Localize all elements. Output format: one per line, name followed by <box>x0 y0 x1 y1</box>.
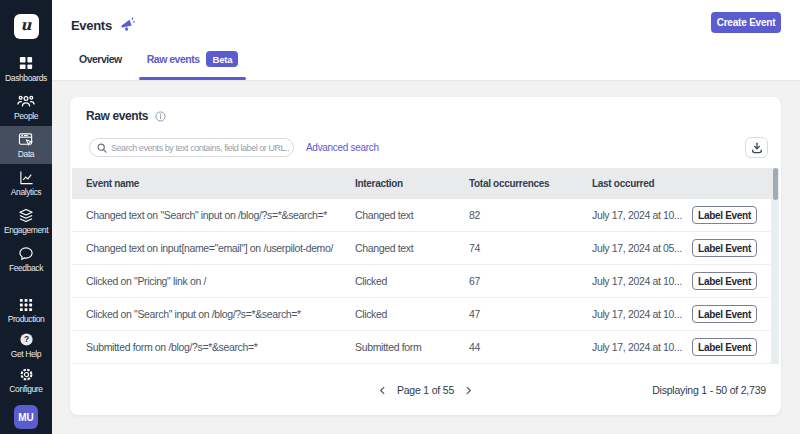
beta-badge: Beta <box>206 51 238 67</box>
cell-last-occurred: July 17, 2024 at 10... <box>578 209 684 221</box>
raw-events-card: Raw events Advanced search <box>70 97 781 415</box>
gear-icon <box>19 367 34 382</box>
sidebar-item-label: People <box>14 112 38 121</box>
search-input[interactable] <box>111 143 289 153</box>
cell-total: 74 <box>455 242 578 254</box>
table-row[interactable]: Clicked on "Pricing" link on / Clicked 6… <box>72 265 779 298</box>
userpilot-logo[interactable]: u <box>14 14 39 39</box>
sidebar-item-feedback[interactable]: Feedback <box>0 240 52 278</box>
label-event-button[interactable]: Label Event <box>692 272 757 290</box>
sidebar-item-label: Data <box>18 150 34 159</box>
sidebar-item-label: Analytics <box>11 188 41 197</box>
sidebar-item-label: Feedback <box>9 264 43 273</box>
column-header-event-name: Event name <box>72 178 341 189</box>
people-icon <box>17 94 35 109</box>
tabs: Overview Raw events Beta <box>71 48 246 80</box>
feedback-icon <box>18 246 34 261</box>
download-icon <box>751 142 763 154</box>
column-header-total-occurrences: Total occurrences <box>455 178 578 189</box>
cell-actions: Label Event <box>684 305 779 323</box>
card-title: Raw events <box>86 109 148 123</box>
title-row: Events <box>52 0 800 35</box>
analytics-icon <box>19 170 34 185</box>
table-row[interactable]: Clicked on "Search" input on /blog/?s=*&… <box>72 298 779 331</box>
table-row[interactable]: Changed text on "Search" input on /blog/… <box>72 199 779 232</box>
tab-label: Raw events <box>147 53 200 65</box>
label-event-button[interactable]: Label Event <box>692 305 757 323</box>
cell-interaction: Clicked <box>341 308 455 320</box>
sidebar-item-data[interactable]: Data <box>0 126 52 164</box>
cell-event-name: Changed text on input[name="email"] on /… <box>72 242 341 254</box>
cell-last-occurred: July 17, 2024 at 10... <box>578 341 684 353</box>
cell-total: 47 <box>455 308 578 320</box>
cell-interaction: Submitted form <box>341 341 455 353</box>
topbar: Events Create Event Overview Raw events … <box>52 0 800 81</box>
table-row[interactable]: Submitted form on /blog/?s=*&search=* Su… <box>72 331 779 364</box>
production-icon <box>19 298 33 312</box>
cell-interaction: Changed text <box>341 242 455 254</box>
cell-event-name: Changed text on "Search" input on /blog/… <box>72 209 341 221</box>
megaphone-icon[interactable] <box>120 17 135 35</box>
cell-total: 67 <box>455 275 578 287</box>
sidebar-item-label: Engagement <box>4 226 48 235</box>
cell-actions: Label Event <box>684 338 779 356</box>
cell-actions: Label Event <box>684 272 779 290</box>
cell-last-occurred: July 17, 2024 at 05... <box>578 242 684 254</box>
info-icon[interactable] <box>155 111 166 122</box>
sidebar-item-analytics[interactable]: Analytics <box>0 164 52 202</box>
sidebar-item-dashboards[interactable]: Dashboards <box>0 50 52 88</box>
card-title-row: Raw events <box>86 109 166 123</box>
column-header-interaction: Interaction <box>341 178 455 189</box>
cell-interaction: Changed text <box>341 209 455 221</box>
next-page-button[interactable] <box>459 386 478 395</box>
sidebar-item-label: Dashboards <box>5 74 47 83</box>
search-icon <box>97 143 107 153</box>
prev-page-button[interactable] <box>373 386 392 395</box>
sidebar-item-get-help[interactable]: ? Get Help <box>0 328 52 363</box>
sidebar-item-label: Get Help <box>11 350 41 359</box>
sidebar-bottom-nav: Production ? Get Help Configure <box>0 293 52 398</box>
sidebar-item-configure[interactable]: Configure <box>0 363 52 398</box>
cell-last-occurred: July 17, 2024 at 10... <box>578 275 684 287</box>
page-title: Events <box>71 18 112 33</box>
logo-letter: u <box>21 18 32 35</box>
help-icon: ? <box>19 332 34 347</box>
dashboards-icon <box>18 55 34 71</box>
displaying-label: Displaying 1 - 50 of 2,739 <box>652 376 766 404</box>
cell-actions: Label Event <box>684 239 779 257</box>
cell-event-name: Submitted form on /blog/?s=*&search=* <box>72 341 341 353</box>
search-box <box>89 138 294 157</box>
svg-text:?: ? <box>23 335 28 345</box>
app: u Dashboards People Data <box>0 0 800 434</box>
search-row: Advanced search <box>89 137 768 158</box>
sidebar-item-label: Production <box>8 315 45 324</box>
sidebar-nav: Dashboards People Data Analytics <box>0 50 52 278</box>
cell-total: 44 <box>455 341 578 353</box>
column-header-last-occurred: Last occurred <box>578 178 684 189</box>
engagement-icon <box>18 208 34 223</box>
cell-total: 82 <box>455 209 578 221</box>
page-label: Page 1 of 55 <box>397 384 454 396</box>
tab-overview[interactable]: Overview <box>71 48 130 80</box>
scrollbar-thumb[interactable] <box>773 168 778 200</box>
tab-raw-events[interactable]: Raw events Beta <box>139 48 247 80</box>
cell-event-name: Clicked on "Search" input on /blog/?s=*&… <box>72 308 341 320</box>
label-event-button[interactable]: Label Event <box>692 239 757 257</box>
sidebar: u Dashboards People Data <box>0 0 52 434</box>
sidebar-item-people[interactable]: People <box>0 88 52 126</box>
cell-actions: Label Event <box>684 206 779 224</box>
advanced-search-link[interactable]: Advanced search <box>306 142 379 153</box>
label-event-button[interactable]: Label Event <box>692 338 757 356</box>
data-icon <box>18 132 34 147</box>
create-event-button[interactable]: Create Event <box>711 12 781 33</box>
table-row[interactable]: Changed text on input[name="email"] on /… <box>72 232 779 265</box>
download-button[interactable] <box>745 137 768 158</box>
user-avatar[interactable]: MU <box>14 405 38 429</box>
sidebar-item-production[interactable]: Production <box>0 293 52 328</box>
content: Raw events Advanced search <box>52 81 800 434</box>
tab-label: Overview <box>79 53 122 65</box>
sidebar-item-engagement[interactable]: Engagement <box>0 202 52 240</box>
table-scrollbar[interactable] <box>771 199 779 364</box>
cell-last-occurred: July 17, 2024 at 10... <box>578 308 684 320</box>
label-event-button[interactable]: Label Event <box>692 206 757 224</box>
